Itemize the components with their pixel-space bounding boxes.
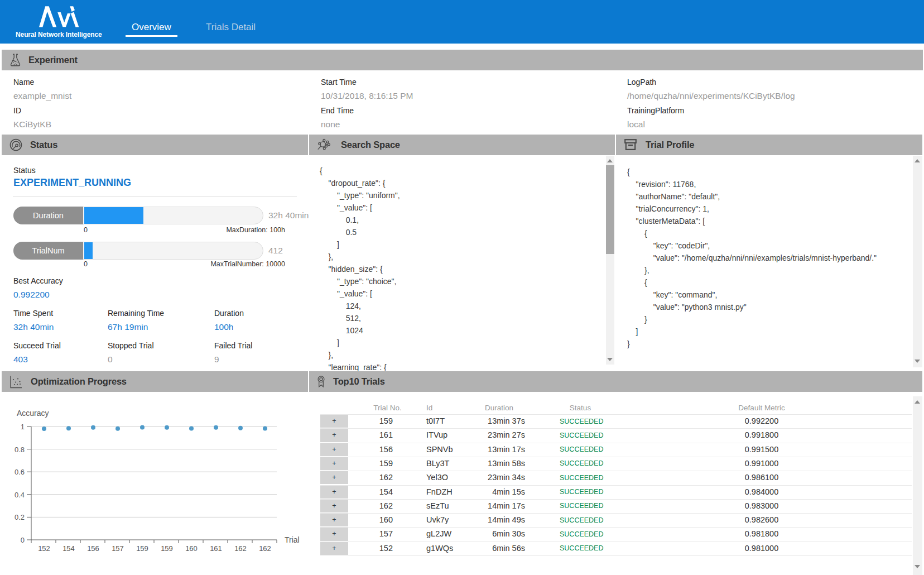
- svg-text:162: 162: [234, 544, 247, 553]
- svg-text:162: 162: [259, 544, 271, 553]
- svg-text:157: 157: [112, 544, 124, 553]
- svg-text:154: 154: [62, 544, 75, 553]
- svg-text:161: 161: [210, 544, 222, 553]
- svg-text:0: 0: [21, 536, 25, 544]
- svg-text:160: 160: [185, 544, 198, 553]
- svg-text:0.4: 0.4: [15, 491, 25, 499]
- svg-text:1: 1: [21, 423, 25, 431]
- svg-text:0.6: 0.6: [15, 468, 25, 476]
- svg-text:152: 152: [38, 544, 50, 553]
- svg-text:Trial: Trial: [285, 535, 300, 544]
- svg-text:159: 159: [136, 544, 148, 553]
- svg-text:156: 156: [87, 544, 99, 553]
- svg-text:Accuracy: Accuracy: [17, 409, 49, 418]
- svg-text:0.8: 0.8: [15, 445, 25, 454]
- svg-text:159: 159: [161, 544, 173, 553]
- svg-text:0.2: 0.2: [15, 513, 25, 521]
